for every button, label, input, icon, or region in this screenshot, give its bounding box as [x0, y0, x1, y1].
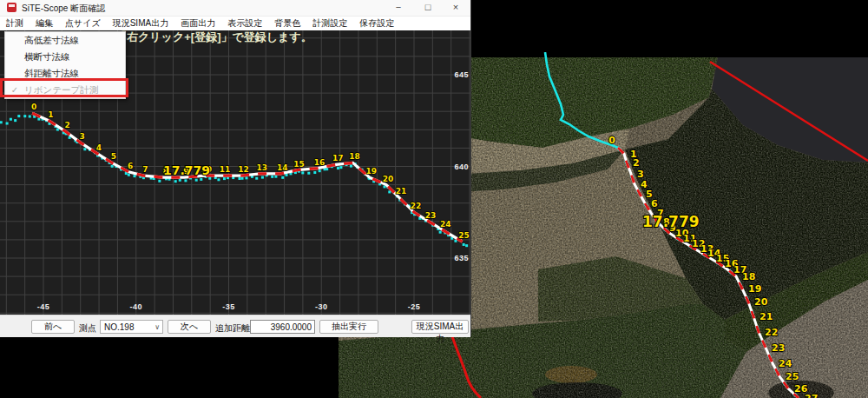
point-label-11: 11: [220, 165, 231, 174]
point-label-3d-0: 0: [608, 135, 615, 146]
menu-bar: 計測編集点サイズ現況SIMA出力画面出力表示設定背景色計測設定保存設定: [0, 17, 470, 30]
point-label-3d-22: 22: [765, 327, 778, 338]
station-label: 測点: [79, 322, 96, 335]
point-label-0: 0: [31, 103, 36, 111]
menu-1[interactable]: 編集: [30, 17, 59, 30]
menu-item-3: ✓リボンテープ計測: [5, 82, 125, 98]
point-label-2: 2: [64, 121, 69, 129]
point-label-14: 14: [277, 163, 288, 172]
point-label-22: 22: [411, 202, 422, 210]
menu-item-label: 斜距離寸法線: [24, 68, 79, 80]
menu-0[interactable]: 計測: [0, 17, 30, 30]
point-label-17: 17: [332, 154, 344, 163]
ribbon-length-label: 17.779: [163, 163, 210, 177]
menu-item-0[interactable]: 高低差寸法線: [5, 32, 125, 49]
menu-item-label: 高低差寸法線: [24, 35, 79, 47]
app-icon: [7, 3, 16, 12]
station-value: NO.198: [104, 322, 134, 332]
point-label-3d-24: 24: [779, 358, 792, 369]
menu-6[interactable]: 背景色: [268, 17, 306, 30]
checkmark-icon: ✓: [5, 85, 24, 95]
menu-item-label: 横断寸法線: [24, 51, 70, 63]
point-label-18: 18: [349, 152, 360, 161]
menu-item-2[interactable]: 斜距離寸法線: [5, 65, 125, 82]
point-label-12: 12: [238, 165, 249, 174]
x-tick--45: -45: [37, 302, 50, 311]
point-label-20: 20: [383, 175, 394, 183]
menu-7[interactable]: 計測設定: [306, 17, 353, 30]
point-label-3d-21: 21: [760, 311, 773, 322]
point-label-3d-23: 23: [772, 342, 785, 354]
x-tick--25: -25: [408, 302, 421, 311]
distance-label: 追加距離: [215, 322, 250, 335]
menu-8[interactable]: 保存設定: [353, 17, 400, 30]
y-tick-645: 645: [454, 70, 469, 79]
point-label-23: 23: [425, 211, 437, 220]
chevron-down-icon: ∨: [155, 321, 160, 334]
point-label-15: 15: [293, 160, 305, 169]
x-tick--40: -40: [129, 302, 142, 311]
minimize-button[interactable]: −: [385, 0, 411, 16]
point-label-1: 1: [48, 110, 53, 119]
menu-item-1[interactable]: 横断寸法線: [5, 49, 125, 65]
sima-output-button[interactable]: 現況SIMA出力: [411, 320, 469, 334]
bottom-toolbar: 前へ 測点 NO.198 ∨ 次へ 追加距離 抽出実行 現況SIMA出力: [0, 315, 470, 337]
menu-5[interactable]: 表示設定: [221, 17, 268, 30]
station-combobox[interactable]: NO.198 ∨: [100, 320, 163, 334]
point-label-21: 21: [396, 187, 407, 196]
y-tick-640: 640: [454, 163, 469, 171]
menu-4[interactable]: 画面出力: [174, 17, 221, 30]
ribbon-length-label-3d: 17.779: [642, 213, 700, 230]
measure-menu-dropdown: 高低差寸法線横断寸法線斜距離寸法線✓リボンテープ計測: [4, 31, 126, 99]
y-tick-635: 635: [454, 254, 469, 262]
maximize-button[interactable]: □: [415, 0, 441, 16]
point-label-6: 6: [128, 162, 133, 170]
window-title: SiTE-Scope 断面確認: [22, 3, 105, 15]
x-tick--35: -35: [222, 302, 235, 311]
point-label-4: 4: [96, 143, 102, 152]
menu-3[interactable]: 現況SIMA出力: [107, 17, 174, 30]
point-label-3d-27: 27: [805, 393, 818, 398]
point-label-3d-19: 19: [748, 283, 761, 295]
status-message: 「右クリック+[登録]」で登録します。: [115, 30, 312, 43]
menu-2[interactable]: 点サイズ: [59, 17, 107, 30]
point-label-3d-20: 20: [754, 296, 768, 308]
point-label-3: 3: [80, 132, 85, 141]
prev-button[interactable]: 前へ: [31, 320, 75, 334]
point-label-3d-25: 25: [786, 371, 799, 382]
point-label-25: 25: [458, 231, 470, 240]
point-label-24: 24: [440, 220, 451, 229]
point-label-3d-18: 18: [742, 271, 755, 282]
extract-button[interactable]: 抽出実行: [319, 320, 378, 334]
distance-input[interactable]: [250, 320, 315, 334]
point-label-16: 16: [314, 158, 326, 167]
title-bar: SiTE-Scope 断面確認 − □ ×: [0, 0, 470, 17]
x-tick--30: -30: [315, 302, 328, 311]
point-label-3d-2: 2: [633, 157, 640, 169]
menu-item-label: リボンテープ計測: [24, 84, 98, 96]
point-label-5: 5: [111, 152, 116, 161]
point-label-13: 13: [257, 163, 268, 172]
next-button[interactable]: 次へ: [168, 320, 211, 334]
point-label-19: 19: [365, 167, 377, 176]
point-label-7: 7: [142, 165, 148, 174]
desktop: 0123456789101112131415161718192021222324…: [0, 0, 868, 398]
close-button[interactable]: ×: [443, 0, 469, 16]
